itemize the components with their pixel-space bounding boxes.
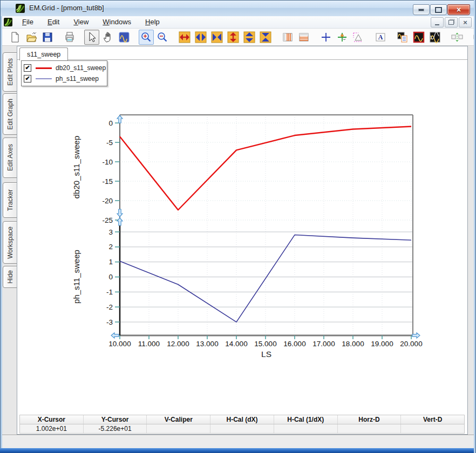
cursor-table-headers: X-CursorY-CursorV-CaliperH-Cal (dX)H-Cal…: [20, 415, 464, 424]
sidebar-tab-tracker[interactable]: Tracker: [3, 182, 17, 218]
stretch-y-button[interactable]: [226, 30, 241, 45]
cursor-table-header: Horz-D: [338, 415, 402, 424]
tab-label: s11_sweep: [27, 51, 60, 58]
crosshair-button[interactable]: [318, 30, 334, 45]
minimize-button[interactable]: [413, 4, 430, 15]
sidebar-tab-edit-graph[interactable]: Edit Graph: [3, 93, 17, 135]
select-arrow-icon: [86, 31, 98, 43]
svg-text:14.000: 14.000: [225, 340, 247, 348]
legend-checkbox[interactable]: ✔: [24, 64, 31, 72]
axis-pan-arrow-up[interactable]: [117, 218, 123, 225]
plot-report-button[interactable]: [395, 30, 410, 45]
cursor-table: X-CursorY-CursorV-CaliperH-Cal (dX)H-Cal…: [19, 415, 465, 434]
axis-pan-arrow-down[interactable]: [117, 209, 123, 217]
shrink-x-button[interactable]: [209, 30, 225, 45]
sidebar-tab-label: Edit Graph: [6, 99, 14, 129]
svg-text:10.000: 10.000: [108, 340, 131, 348]
cursor-table-header: Y-Cursor: [84, 415, 147, 424]
sidebar-tab-hide[interactable]: Hide: [3, 266, 17, 288]
svg-text:12.000: 12.000: [167, 340, 189, 348]
menu-help[interactable]: Help: [138, 16, 167, 28]
overlay-plots-button[interactable]: [427, 30, 443, 45]
text-annotation-button[interactable]: A: [373, 30, 388, 45]
cursor-table-values: 1.002e+01-5.226e+01: [20, 424, 464, 433]
svg-text:18.000: 18.000: [342, 340, 364, 348]
tab-s11-sweep[interactable]: s11_sweep: [19, 47, 68, 60]
horizontal-markers-button[interactable]: [296, 30, 311, 45]
zoom-in-button[interactable]: [139, 30, 154, 45]
sidebar-tab-label: Workspace: [6, 226, 14, 259]
new-document-button[interactable]: [8, 30, 23, 45]
save-file-icon: [42, 31, 53, 43]
svg-text:0: 0: [108, 119, 113, 127]
cursor-table-value: [210, 424, 274, 433]
link-vertical-icon: [451, 31, 463, 43]
zoom-out-button[interactable]: [155, 30, 170, 45]
x-axis-label: LS: [261, 349, 271, 359]
close-button[interactable]: ×: [447, 4, 470, 15]
y-axis-label-top: db20_s11_sweep: [73, 136, 81, 198]
sidebar-tab-edit-plots[interactable]: Edit Plots: [3, 52, 17, 92]
svg-text:17.000: 17.000: [312, 340, 335, 348]
expand-x-button[interactable]: [193, 30, 208, 45]
pan-hand-button[interactable]: [100, 30, 115, 45]
sidebar-tab-label: Edit Axes: [6, 144, 14, 171]
shrink-y-button[interactable]: [258, 30, 273, 45]
stretch-y-icon: [227, 31, 239, 43]
stretch-x-icon: [179, 31, 191, 43]
tracker-button[interactable]: [335, 30, 350, 45]
mdi-window-controls: ×: [430, 17, 472, 28]
legend-label: ph_s11_sweep: [56, 75, 99, 83]
cursor-table-value: 1.002e+01: [20, 424, 84, 433]
svg-text:0: 0: [108, 273, 113, 281]
link-vertical-button[interactable]: [450, 30, 465, 45]
svg-text:3: 3: [108, 228, 113, 236]
menu-file[interactable]: File: [15, 16, 40, 28]
active-plot-icon: [413, 31, 425, 43]
axis-pan-arrow-left[interactable]: [111, 333, 119, 338]
sidebar-tab-label: Edit Plots: [6, 58, 14, 86]
sidebar-tab-workspace[interactable]: Workspace: [3, 221, 17, 264]
minimize-icon: [418, 9, 424, 11]
plot-properties-button[interactable]: [117, 30, 132, 45]
mdi-close-button[interactable]: ×: [459, 17, 472, 28]
open-file-button[interactable]: [24, 30, 39, 45]
svg-text:20.000: 20.000: [400, 340, 422, 348]
legend-label: db20_s11_sweep: [56, 64, 106, 72]
restore-button[interactable]: [430, 4, 447, 15]
svg-text:-20: -20: [102, 197, 113, 205]
svg-text:19.000: 19.000: [371, 340, 393, 348]
close-icon: ×: [457, 6, 461, 13]
print-icon: [64, 31, 76, 43]
chart[interactable]: 0-5-10-15-20-253210-1-2-310.00011.00012.…: [73, 102, 445, 361]
text-annotation-icon: A: [375, 31, 386, 43]
zoom-in-icon: [140, 31, 152, 43]
crosshair-icon: [320, 31, 332, 43]
axis-pan-arrow-up[interactable]: [117, 115, 123, 123]
select-arrow-button[interactable]: [84, 30, 99, 45]
expand-y-button[interactable]: [242, 30, 257, 45]
active-plot-button[interactable]: [411, 30, 426, 45]
sidebar-tab-edit-axes[interactable]: Edit Axes: [3, 138, 17, 178]
menu-view[interactable]: View: [66, 16, 96, 28]
print-button[interactable]: [62, 30, 77, 45]
new-document-icon: [9, 31, 21, 43]
caliper-button[interactable]: [351, 30, 366, 45]
legend-item: ✔db20_s11_sweep: [24, 63, 105, 73]
menu-edit[interactable]: Edit: [40, 16, 66, 28]
svg-text:-15: -15: [102, 177, 113, 186]
legend-checkbox[interactable]: ✔: [24, 75, 31, 83]
menu-windows[interactable]: Windows: [96, 16, 138, 28]
stretch-x-button[interactable]: [177, 30, 192, 45]
svg-text:-1: -1: [106, 288, 113, 296]
save-file-button[interactable]: [40, 30, 55, 45]
plot-properties-icon: [118, 31, 130, 43]
axis-pan-arrow-right[interactable]: [412, 333, 420, 338]
mdi-restore-button[interactable]: [445, 17, 458, 28]
mdi-minimize-button[interactable]: [431, 17, 444, 28]
vertical-markers-button[interactable]: [280, 30, 295, 45]
svg-text:1: 1: [108, 258, 113, 266]
mdi-minimize-icon: [435, 24, 439, 25]
shrink-x-icon: [211, 31, 223, 43]
legend-items: ✔db20_s11_sweep✔ph_s11_sweep: [24, 63, 105, 84]
